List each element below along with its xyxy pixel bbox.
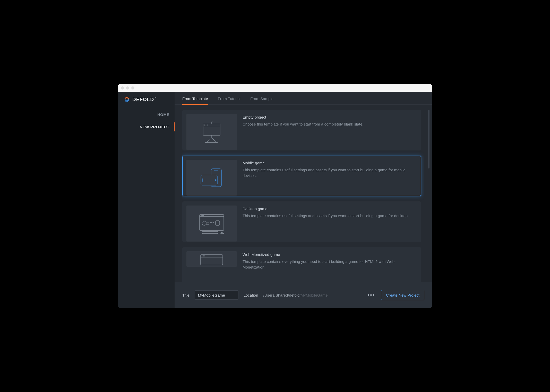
template-card-body: Empty project Choose this template if yo… bbox=[243, 114, 417, 146]
title-label: Title bbox=[182, 293, 190, 297]
title-input[interactable] bbox=[195, 290, 238, 300]
template-card-desktop[interactable]: Desktop game This template contains usef… bbox=[182, 201, 421, 242]
location-path: /Users/Shared/defold/MyMobileGame bbox=[263, 293, 328, 297]
app-window: DEFOLD™ HOME NEW PROJECT From Template F… bbox=[118, 84, 432, 308]
template-desc: This template contains useful settings a… bbox=[243, 167, 417, 179]
svg-rect-27 bbox=[216, 221, 220, 225]
svg-point-21 bbox=[201, 215, 201, 216]
create-new-project-button[interactable]: Create New Project bbox=[381, 290, 424, 300]
desktop-icon bbox=[195, 209, 228, 238]
brand-logo-icon bbox=[124, 96, 130, 103]
main: From Template From Tutorial From Sample bbox=[175, 92, 432, 308]
tab-label: From Sample bbox=[250, 96, 273, 101]
template-card-body: Web Monetized game This template contain… bbox=[243, 251, 417, 282]
svg-point-22 bbox=[202, 215, 203, 216]
svg-point-6 bbox=[206, 125, 206, 125]
svg-point-5 bbox=[204, 125, 205, 125]
traffic-light-minimize[interactable] bbox=[126, 86, 129, 90]
svg-rect-16 bbox=[201, 175, 217, 185]
template-desc: This template contains everything you ne… bbox=[243, 259, 417, 270]
svg-line-9 bbox=[207, 138, 212, 142]
location-path-suffix: /MyMobileGame bbox=[299, 293, 328, 297]
svg-point-32 bbox=[203, 256, 204, 256]
template-title: Desktop game bbox=[243, 207, 417, 211]
tab-from-template[interactable]: From Template bbox=[182, 96, 208, 104]
svg-point-7 bbox=[207, 125, 208, 125]
sidebar: DEFOLD™ HOME NEW PROJECT bbox=[118, 92, 175, 308]
browser-icon bbox=[197, 253, 226, 265]
footer: Title Location /Users/Shared/defold/MyMo… bbox=[175, 282, 432, 308]
template-title: Empty project bbox=[243, 115, 417, 119]
ellipsis-icon: ••• bbox=[367, 292, 375, 298]
svg-point-13 bbox=[211, 121, 212, 122]
mobile-devices-icon bbox=[196, 164, 227, 192]
brand: DEFOLD™ bbox=[118, 96, 175, 108]
tabbar: From Template From Tutorial From Sample bbox=[175, 92, 432, 105]
template-desc: Choose this template if you want to star… bbox=[243, 121, 417, 127]
svg-point-26 bbox=[213, 222, 214, 223]
easel-icon bbox=[197, 118, 226, 146]
sidebar-item-home[interactable]: HOME bbox=[118, 108, 175, 121]
tab-from-sample[interactable]: From Sample bbox=[250, 96, 273, 104]
template-card-body: Mobile game This template contains usefu… bbox=[243, 160, 417, 192]
location-path-base: /Users/Shared/defold bbox=[263, 293, 300, 297]
template-card-web-monetized[interactable]: Web Monetized game This template contain… bbox=[182, 247, 421, 282]
scrollbar-thumb[interactable] bbox=[428, 110, 429, 168]
svg-rect-29 bbox=[201, 255, 223, 265]
svg-point-23 bbox=[203, 215, 204, 216]
tab-label: From Tutorial bbox=[218, 96, 240, 101]
svg-point-33 bbox=[204, 256, 205, 256]
svg-point-31 bbox=[202, 256, 202, 256]
brand-name: DEFOLD™ bbox=[132, 97, 157, 102]
template-thumb bbox=[186, 251, 237, 267]
template-list-wrap: Empty project Choose this template if yo… bbox=[175, 105, 432, 282]
template-card-empty[interactable]: Empty project Choose this template if yo… bbox=[182, 110, 421, 150]
template-card-mobile[interactable]: Mobile game This template contains usefu… bbox=[182, 156, 421, 196]
tab-label: From Template bbox=[182, 96, 208, 101]
sidebar-item-new-project[interactable]: NEW PROJECT bbox=[118, 121, 175, 133]
tab-from-tutorial[interactable]: From Tutorial bbox=[218, 96, 240, 104]
traffic-light-zoom[interactable] bbox=[131, 86, 134, 90]
create-button-label: Create New Project bbox=[386, 293, 419, 297]
app-body: DEFOLD™ HOME NEW PROJECT From Template F… bbox=[118, 92, 432, 308]
browse-location-button[interactable]: ••• bbox=[367, 290, 376, 300]
template-list: Empty project Choose this template if yo… bbox=[182, 110, 424, 282]
template-thumb bbox=[186, 114, 237, 150]
svg-point-25 bbox=[212, 222, 212, 223]
traffic-light-close[interactable] bbox=[121, 86, 124, 90]
scrollbar[interactable] bbox=[428, 110, 429, 282]
template-title: Web Monetized game bbox=[243, 252, 417, 257]
template-desc: This template contains useful settings a… bbox=[243, 213, 417, 219]
sidebar-item-label: NEW PROJECT bbox=[140, 125, 169, 129]
template-thumb bbox=[186, 160, 237, 196]
svg-point-24 bbox=[210, 222, 211, 223]
svg-rect-28 bbox=[202, 231, 218, 234]
location-label: Location bbox=[244, 293, 258, 297]
svg-rect-3 bbox=[203, 124, 220, 135]
svg-line-10 bbox=[212, 138, 217, 142]
sidebar-item-label: HOME bbox=[157, 112, 169, 117]
window-titlebar bbox=[118, 84, 432, 92]
template-thumb bbox=[186, 206, 237, 242]
template-card-body: Desktop game This template contains usef… bbox=[243, 206, 417, 238]
template-title: Mobile game bbox=[243, 161, 417, 165]
